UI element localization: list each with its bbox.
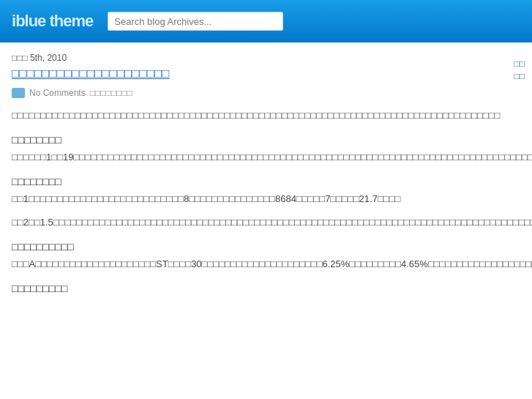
main-content: □□□ 5th, 2010 □□□□□□□□□□□□□□□□□□□□□ No C… — [0, 42, 532, 399]
far-link-2[interactable]: □□ — [514, 71, 525, 81]
post-date: □□□ 5th, 2010 — [12, 53, 532, 63]
post-meta: No Comments □□□□□□□□ — [12, 88, 532, 98]
post-title[interactable]: □□□□□□□□□□□□□□□□□□□□□ — [12, 66, 532, 82]
search-input[interactable] — [108, 12, 283, 31]
section1-heading: □□□□□□□□ — [12, 134, 532, 146]
section2-heading: □□□□□□□□ — [12, 176, 532, 187]
far-sidebar: □□ □□ — [514, 59, 525, 83]
section3-paragraph: □□□A□□□□□□□□□□□□□□□□□□□□□ST□□□□30□□□□□□□… — [12, 257, 532, 272]
section2-paragraph-2: □□2□□1.5□□□□□□□□□□□□□□□□□□□□□□□□□□□□□□□□… — [12, 215, 532, 231]
body-paragraph-1: □□□□□□□□□□□□□□□□□□□□□□□□□□□□□□□□□□□□□□□□… — [12, 108, 532, 124]
site-logo: iblue theme — [12, 12, 93, 31]
section2-paragraph-1: □□1□□□□□□□□□□□□□□□□□□□□□□□□□□□8□□□□□□□□□… — [12, 192, 532, 207]
comment-count: No Comments — [29, 88, 86, 98]
meta-suffix: □□□□□□□□ — [90, 88, 132, 98]
section3-heading: □□□□□□□□□□ — [12, 241, 532, 253]
comment-icon — [12, 88, 25, 98]
far-link-1[interactable]: □□ — [514, 59, 525, 69]
section4-heading: □□□□□□□□□ — [12, 283, 532, 294]
section1-paragraph: □□□□□□1□□19□□□□□□□□□□□□□□□□□□□□□□□□□□□□□… — [12, 150, 532, 165]
post-body: □□□□□□□□□□□□□□□□□□□□□□□□□□□□□□□□□□□□□□□□… — [12, 108, 532, 294]
